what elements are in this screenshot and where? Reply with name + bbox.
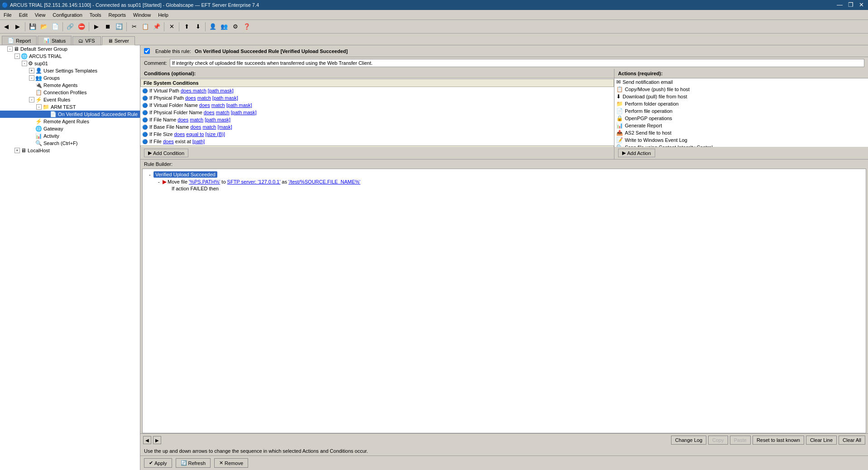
expand-sup01[interactable]: - <box>22 61 27 66</box>
add-action-button[interactable]: ▶ Add Action <box>618 149 655 157</box>
condition-link-path-mask-5[interactable]: [path mask] <box>205 117 230 122</box>
action-generate-report[interactable]: 📊 Generate Report <box>614 122 868 129</box>
condition-link-mask-6[interactable]: [mask] <box>217 124 232 130</box>
builder-item-failed[interactable]: If action FAILED then <box>167 185 864 192</box>
action-copy-move[interactable]: 📋 Copy/Move (push) file to host <box>614 86 868 93</box>
expand-groups[interactable]: - <box>29 75 34 81</box>
builder-link-sftp-server[interactable]: SFTP server: '127.0.0.1' <box>227 179 281 184</box>
action-link-host-8[interactable]: host <box>662 130 671 136</box>
paste-button[interactable]: Paste <box>730 436 751 445</box>
toolbar-new[interactable]: 📄 <box>50 21 61 32</box>
tree-item-sup01[interactable]: - ⚙ sup01 <box>0 60 140 67</box>
toolbar-group[interactable]: 👥 <box>219 21 230 32</box>
condition-link-match-4[interactable]: match <box>216 110 230 115</box>
add-condition-button[interactable]: ▶ Add Condition <box>144 149 188 157</box>
condition-link-match-2[interactable]: match <box>197 95 211 101</box>
toolbar-up[interactable]: ⬆ <box>181 21 192 32</box>
menu-reports[interactable]: Reports <box>105 11 129 19</box>
toolbar-save[interactable]: 💾 <box>27 21 38 32</box>
apply-button[interactable]: ✔ Apply <box>144 458 172 468</box>
tab-server[interactable]: 🖥 Server <box>102 36 135 45</box>
condition-physical-path[interactable]: 🔵 If Physical Path does match [path mask… <box>140 94 614 102</box>
toolbar-copy[interactable]: 📋 <box>140 21 151 32</box>
action-perform-file[interactable]: 📄 Perform file operation <box>614 107 868 115</box>
action-send-notification[interactable]: ✉ Send notification email <box>614 78 868 86</box>
condition-link-does-7[interactable]: does <box>174 131 185 137</box>
tree-item-user-settings-templates[interactable]: + 👤 User Settings Templates <box>0 67 140 74</box>
tree-item-connection-profiles[interactable]: 📋 Connection Profiles <box>0 89 140 96</box>
condition-link-equal-7[interactable]: equal to <box>186 131 204 137</box>
builder-link-dest-path[interactable]: '/test/%SOURCE.FILE_NAME%' <box>288 179 360 184</box>
reset-to-last-known-button[interactable]: Reset to last known <box>753 436 804 445</box>
enable-rule-checkbox[interactable] <box>144 48 150 54</box>
tree-item-on-verified-upload[interactable]: 📄 On Verified Upload Succeeded Rule <box>0 111 140 118</box>
action-link-file-3[interactable]: file <box>658 94 665 99</box>
action-link-file-2[interactable]: file <box>667 87 673 92</box>
close-button[interactable]: ✕ <box>857 0 866 10</box>
tab-vfs[interactable]: 🗂 VFS <box>72 36 101 45</box>
toolbar-user[interactable]: 👤 <box>207 21 218 32</box>
comment-input[interactable] <box>170 59 864 67</box>
condition-link-path-8[interactable]: [path] <box>192 139 205 144</box>
condition-link-match-5[interactable]: match <box>190 117 203 122</box>
menu-view[interactable]: View <box>31 11 49 19</box>
toolbar-paste[interactable]: 📌 <box>151 21 162 32</box>
action-download[interactable]: ⬇ Download (pull) file from host <box>614 93 868 100</box>
condition-link-does-match-3[interactable]: does <box>199 102 210 108</box>
tree-item-groups[interactable]: - 👥 Groups <box>0 74 140 82</box>
condition-link-does-match-2[interactable]: does <box>185 95 196 101</box>
builder-item-move[interactable]: - ▶ Move file '%PS.PATH%' to SFTP server… <box>153 178 864 185</box>
action-perform-folder[interactable]: 📁 Perform folder operation <box>614 100 868 107</box>
tree-item-arcus-trial[interactable]: - 🌐 ARCUS TRIAL <box>0 53 140 60</box>
restore-button[interactable]: ❐ <box>846 0 856 10</box>
menu-window[interactable]: Window <box>129 11 154 19</box>
expand-arcus-trial[interactable]: - <box>14 53 20 59</box>
tree-item-localhost[interactable]: + 🖥 LocalHost <box>0 147 140 154</box>
condition-link-does-match-1[interactable]: does match <box>181 88 206 93</box>
toolbar-open[interactable]: 📂 <box>38 21 49 32</box>
tree-item-remote-agent-rules[interactable]: ⚡ Remote Agent Rules <box>0 118 140 125</box>
builder-link-ps-path[interactable]: '%PS.PATH%' <box>189 179 220 184</box>
toolbar-stop[interactable]: ⏹ <box>102 21 113 32</box>
action-link-file-8[interactable]: file <box>649 130 655 136</box>
action-as2-send[interactable]: 📤 AS2 Send file to host <box>614 129 868 136</box>
menu-help[interactable]: Help <box>154 11 172 19</box>
change-log-button[interactable]: Change Log <box>671 436 706 445</box>
action-link-notification[interactable]: notification email <box>636 79 673 85</box>
condition-physical-folder[interactable]: 🔵 If Physical Folder Name does match [pa… <box>140 109 614 116</box>
tree-item-default-server-group[interactable]: - 🖥 Default Server Group <box>0 45 140 53</box>
condition-base-file-name[interactable]: 🔵 If Base File Name does match [mask] <box>140 123 614 131</box>
minimize-button[interactable]: — <box>834 0 845 10</box>
toolbar-start[interactable]: ▶ <box>91 21 102 32</box>
action-link-windows-event-log[interactable]: Windows Event Log <box>643 137 687 143</box>
nav-next-button[interactable]: ▶ <box>153 436 161 444</box>
toolbar-back[interactable]: ◀ <box>1 21 12 32</box>
tree-item-remote-agents[interactable]: 🔌 Remote Agents <box>0 82 140 89</box>
condition-file-exist[interactable]: 🔵 If File does exist at [path] <box>140 138 614 145</box>
condition-virtual-folder[interactable]: 🔵 If Virtual Folder Name does match [pat… <box>140 102 614 109</box>
tree-item-search[interactable]: 🔍 Search (Ctrl+F) <box>0 140 140 147</box>
action-link-host-3[interactable]: host <box>678 94 687 99</box>
builder-item-root[interactable]: - Verified Upload Succeeded <box>144 171 864 178</box>
condition-link-path-mask-3[interactable]: [path mask] <box>226 102 252 108</box>
toolbar-disconnect[interactable]: ⛔ <box>76 21 87 32</box>
tab-status[interactable]: 📊 Status <box>38 36 72 45</box>
tree-item-arm-test[interactable]: - 📁 ARM TEST <box>0 103 140 111</box>
condition-virtual-path[interactable]: 🔵 If Virtual Path does match [path mask] <box>140 87 614 94</box>
tree-item-event-rules[interactable]: - ⚡ Event Rules <box>0 96 140 103</box>
toolbar-delete[interactable]: ✕ <box>166 21 177 32</box>
toolbar-restart[interactable]: 🔄 <box>114 21 125 32</box>
remove-button[interactable]: ✕ Remove <box>214 458 248 468</box>
toolbar-cut[interactable]: ✂ <box>129 21 139 32</box>
condition-file-size[interactable]: 🔵 If File Size does equal to [size (B)] <box>140 131 614 138</box>
action-link-report-7[interactable]: Report <box>647 123 662 128</box>
condition-link-match-6[interactable]: match <box>202 124 216 130</box>
condition-link-does-6[interactable]: does <box>190 124 201 130</box>
menu-file[interactable]: File <box>0 11 15 19</box>
copy-button[interactable]: Copy <box>708 436 728 445</box>
action-link-host-2[interactable]: host <box>680 87 690 92</box>
action-link-operations-6[interactable]: operations <box>649 116 672 121</box>
action-openpgp[interactable]: 🔒 OpenPGP operations <box>614 115 868 122</box>
condition-link-path-mask-2[interactable]: [path mask] <box>212 95 238 101</box>
builder-expand-move[interactable]: - <box>158 179 163 184</box>
